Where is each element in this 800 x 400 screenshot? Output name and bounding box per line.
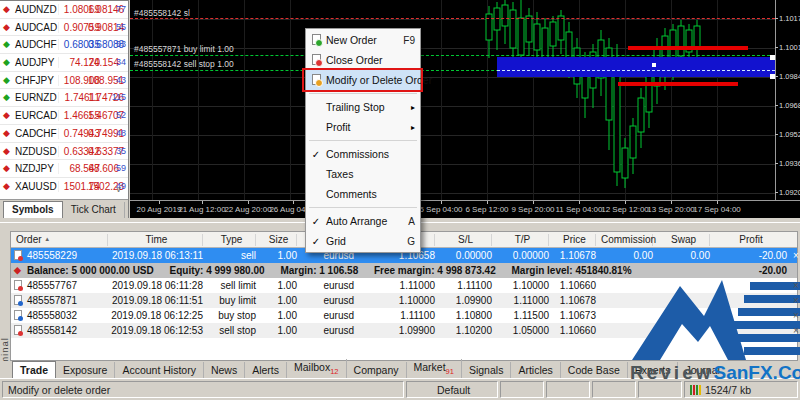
symbol-name: XAUUSD: [15, 181, 57, 192]
balance-row: ◆ Balance: 5 000 000.00 USD Equity: 4 99…: [11, 263, 797, 278]
pending-order-row[interactable]: 485557871 2019.09.18 06:11:51 buy limit …: [11, 293, 797, 308]
price-axis[interactable]: 1.10179 1.10019 1.09845 1.09685 1.09525 …: [775, 0, 800, 200]
tab-journal[interactable]: Journal: [678, 362, 726, 379]
symbol-name: NZDJPY: [15, 163, 54, 174]
order-size: 1.00: [261, 310, 297, 321]
tab-market[interactable]: Market91: [407, 359, 462, 379]
candlesticks: [130, 0, 775, 200]
header-time[interactable]: Time: [111, 234, 203, 246]
market-watch-row[interactable]: ◆ CHFJPY 108.908 108.951 43: [0, 72, 128, 90]
menu-item-grid[interactable]: ✓ Grid G: [306, 231, 420, 251]
market-watch-row[interactable]: ◆ EURNZD 1.74611 1.74726 115: [0, 89, 128, 107]
buy-limit-line[interactable]: [130, 55, 775, 56]
pending-order-row[interactable]: 485558142 2019.09.18 06:12:53 sell stop …: [11, 323, 797, 338]
menu-item-auto-arrange[interactable]: ✓ Auto Arrange A: [306, 211, 420, 231]
menu-item-commissions[interactable]: ✓ Commissions: [306, 144, 420, 164]
status-message: Modify or delete order: [2, 381, 404, 398]
selection-handle[interactable]: [770, 55, 775, 60]
time-axis[interactable]: 20 Aug 2019 21 Aug 12:00 22 Aug 20:00 26…: [130, 200, 800, 218]
header-current-price[interactable]: Price: [554, 234, 596, 246]
order-symbol: eurusd: [302, 280, 354, 291]
menu-item-trailing-stop[interactable]: Trailing Stop ▸: [306, 97, 420, 117]
menu-shortcut: F9: [403, 35, 415, 46]
stop-loss-line[interactable]: [130, 18, 775, 19]
header-type[interactable]: Type: [208, 234, 256, 246]
menu-shortcut: G: [407, 236, 415, 247]
order-id: 485557767: [27, 280, 107, 291]
header-order[interactable]: Order ▲: [13, 234, 108, 246]
time-tick: 17 Sep 04:00: [688, 205, 746, 214]
menu-item-comments[interactable]: Comments: [306, 184, 420, 204]
chart-area[interactable]: #485558142 sl #485557871 buy limit 1.00 …: [130, 0, 800, 218]
pending-order-row[interactable]: 485558032 2019.09.18 06:12:25 buy stop 1…: [11, 308, 797, 323]
header-size[interactable]: Size: [261, 234, 297, 246]
status-section: [500, 381, 544, 398]
market-watch-row[interactable]: ◆ XAUUSD 1501.74 1502.23 49: [0, 178, 128, 196]
sell-stop-dash: [497, 70, 775, 71]
tab-account-history[interactable]: Account History: [115, 362, 204, 379]
header-profit[interactable]: Profit: [715, 234, 787, 246]
market-watch-row[interactable]: ◆ CADCHF 0.74943 0.74991 48: [0, 125, 128, 143]
market-watch-row[interactable]: ◆ AUDCAD 0.90759 0.90814 55: [0, 19, 128, 37]
market-watch-row[interactable]: ◆ AUDJPY 74.120 74.154 34: [0, 54, 128, 72]
delete-order-button[interactable]: ×: [791, 325, 800, 336]
market-watch-row[interactable]: ◆ EURCAD 1.46655 1.46707 52: [0, 107, 128, 125]
chart-plot[interactable]: #485558142 sl #485557871 buy limit 1.00 …: [130, 0, 775, 200]
tab-symbols[interactable]: Symbols: [3, 201, 63, 218]
profile-indicator[interactable]: Default: [406, 381, 498, 398]
tab-mailbox[interactable]: Mailbox12: [287, 359, 347, 379]
header-swap[interactable]: Swap: [658, 234, 710, 246]
menu-item-taxes[interactable]: Taxes: [306, 164, 420, 184]
tab-tick-chart[interactable]: Tick Chart: [63, 202, 125, 218]
pending-order-row[interactable]: 485557767 2019.09.18 06:11:28 sell limit…: [11, 278, 797, 293]
red-highlight-bar: [628, 46, 748, 50]
margin-value: Margin: 1 106.58: [280, 265, 358, 276]
header-sl[interactable]: S/L: [440, 234, 492, 246]
menu-label: Profit: [326, 121, 411, 133]
stop-loss-label: #485558142 sl: [134, 8, 190, 18]
delete-order-button[interactable]: ×: [791, 295, 800, 306]
header-commission[interactable]: Commission: [601, 234, 653, 246]
order-time: 2019.09.18 06:11:51: [111, 295, 203, 306]
order-type: sell limit: [208, 280, 256, 291]
spread-value: 59: [116, 163, 126, 173]
market-watch-row[interactable]: ◆ NZDJPY 68.547 68.606 59: [0, 160, 128, 178]
header-tp[interactable]: T/P: [497, 234, 549, 246]
tab-experts[interactable]: Experts: [628, 362, 679, 379]
delete-order-button[interactable]: ×: [791, 280, 800, 291]
tab-code-base[interactable]: Code Base: [561, 362, 628, 379]
tab-exposure[interactable]: Exposure: [56, 362, 115, 379]
tab-signals[interactable]: Signals: [462, 362, 511, 379]
order-type: sell stop: [208, 325, 256, 336]
total-profit: -20.00: [715, 265, 787, 276]
menu-item-close-order[interactable]: Close Order: [306, 50, 420, 70]
tab-company[interactable]: Company: [347, 362, 407, 379]
price-tick: 1.09365: [779, 159, 800, 168]
order-id: 485558032: [27, 310, 107, 321]
sell-stop-label: #485558142 sell stop 1.00: [134, 59, 234, 69]
price-tick: 1.09525: [779, 130, 800, 139]
menu-label: Commissions: [326, 148, 415, 160]
close-order-button[interactable]: ×: [791, 250, 800, 261]
delete-order-button[interactable]: ×: [791, 310, 800, 321]
scroll-down-icon[interactable]: ∨: [112, 184, 125, 196]
traffic-value: 1524/7 kb: [705, 384, 751, 396]
status-section: [592, 381, 636, 398]
tab-trade[interactable]: Trade: [12, 361, 56, 379]
menu-label: Modify or Delete Order: [326, 74, 432, 86]
market-watch-row[interactable]: ◆ AUDCHF 0.68035 0.68088 53: [0, 36, 128, 54]
selection-handle[interactable]: [770, 74, 775, 79]
free-margin-value: Free margin: 4 998 873.42: [374, 265, 496, 276]
selected-order-band[interactable]: [497, 57, 775, 77]
menu-item-new-order[interactable]: New Order F9: [306, 30, 420, 50]
order-current-price: 1.10673: [554, 310, 596, 321]
order-price: 1.10000: [359, 295, 435, 306]
tab-news[interactable]: News: [204, 362, 245, 379]
menu-item-profit[interactable]: Profit ▸: [306, 117, 420, 137]
symbol-name: EURCAD: [15, 110, 57, 121]
menu-item-modify-or-delete-order[interactable]: Modify or Delete Order: [306, 70, 420, 90]
market-watch-row[interactable]: ◆ NZDUSD 0.63342 0.63377 35: [0, 143, 128, 161]
tab-alerts[interactable]: Alerts: [245, 362, 287, 379]
market-watch-row[interactable]: ◆ AUDNZD 1.08069 1.08146 77: [0, 1, 128, 19]
tab-articles[interactable]: Articles: [511, 362, 560, 379]
